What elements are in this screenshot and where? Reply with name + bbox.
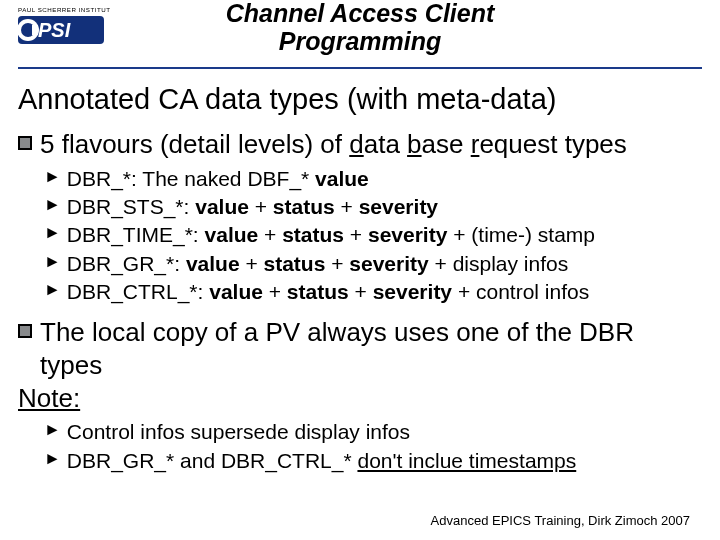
triangle-bullet-icon: ► [44,450,61,467]
sub-list-2: ► Control infos supersede display infos … [18,418,702,475]
sub-item-4: ► DBR_GR_*: value + status + severity + … [44,250,702,278]
sub-item-2: ► DBR_STS_*: value + status + severity [44,193,702,221]
note-item-2: ► DBR_GR_* and DBR_CTRL_* don't inclue t… [44,447,702,475]
title-line-1: Channel Access Client [20,0,700,28]
svg-rect-3 [32,25,38,35]
title-line-2: Programming [20,28,700,56]
triangle-bullet-icon: ► [44,421,61,438]
triangle-bullet-icon: ► [44,196,61,213]
triangle-bullet-icon: ► [44,253,61,270]
slide-footer: Advanced EPICS Training, Dirk Zimoch 200… [431,513,690,528]
slide-header: PAUL SCHERRER INSTITUT PSI Channel Acces… [0,0,720,61]
psi-logo: PAUL SCHERRER INSTITUT PSI [18,4,114,52]
note-label: Note: [18,383,702,414]
slide-title: Channel Access Client Programming [20,0,700,55]
sub-item-5: ► DBR_CTRL_*: value + status + severity … [44,278,702,306]
logo-text: PSI [38,19,71,41]
square-bullet-icon [18,324,32,338]
square-bullet-icon [18,136,32,150]
triangle-bullet-icon: ► [44,281,61,298]
sub-list-1: ► DBR_*: The naked DBF_* value ► DBR_STS… [18,165,702,307]
bullet-2: The local copy of a PV always uses one o… [18,316,702,381]
section-title: Annotated CA data types (with meta-data) [18,83,702,116]
triangle-bullet-icon: ► [44,168,61,185]
bullet-1: 5 flavours (detail levels) of data base … [18,128,702,161]
bullet-2-text: The local copy of a PV always uses one o… [40,316,702,381]
sub-item-3: ► DBR_TIME_*: value + status + severity … [44,221,702,249]
triangle-bullet-icon: ► [44,224,61,241]
note-item-1: ► Control infos supersede display infos [44,418,702,446]
bullet-1-text: 5 flavours (detail levels) of data base … [40,128,627,161]
institute-label: PAUL SCHERRER INSTITUT [18,6,110,13]
slide-content: Annotated CA data types (with meta-data)… [0,69,720,475]
sub-item-1: ► DBR_*: The naked DBF_* value [44,165,702,193]
